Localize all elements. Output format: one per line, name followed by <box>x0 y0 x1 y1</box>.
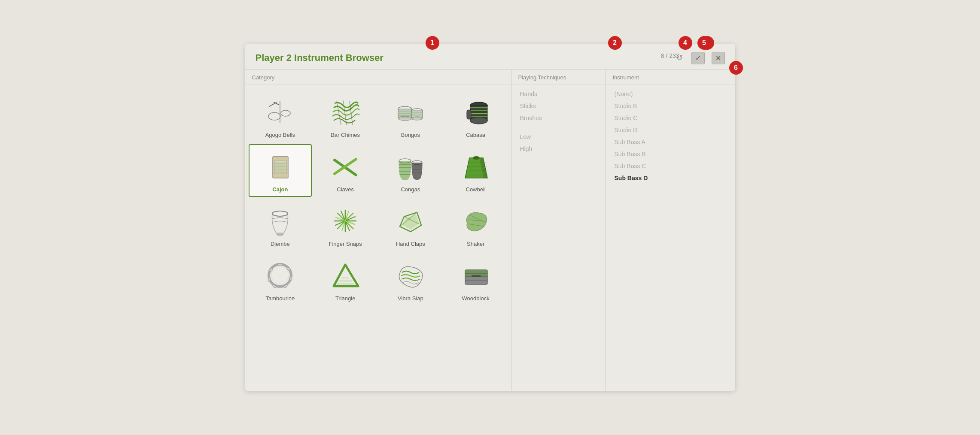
category-item-shaker[interactable]: Shaker <box>444 199 508 251</box>
category-item-cabasa[interactable]: Cabasa <box>444 90 508 142</box>
vibra-slap-icon <box>393 258 428 293</box>
svg-point-76 <box>289 276 292 281</box>
bongos-label: Bongos <box>401 132 420 138</box>
cabasa-label: Cabasa <box>466 132 485 138</box>
agogo-bells-icon <box>263 95 297 129</box>
instrument-list: (None) Studio B Studio C Studio D Sub Ba… <box>606 85 735 187</box>
technique-item-high[interactable]: High <box>511 143 606 155</box>
category-item-cowbell[interactable]: Cowbell <box>444 144 508 197</box>
instrument-item-studio-c[interactable]: Studio C <box>606 112 735 124</box>
svg-rect-19 <box>398 109 412 118</box>
instrument-item-sub-bass-b[interactable]: Sub Bass B <box>606 148 735 160</box>
category-header: Category <box>245 70 511 85</box>
finger-snaps-label: Finger Snaps <box>329 241 362 247</box>
svg-point-1 <box>268 112 280 120</box>
count-display: 8 / 233 <box>661 52 679 59</box>
cowbell-icon <box>459 149 493 184</box>
djembe-label: Djembe <box>271 241 290 247</box>
category-item-hand-claps[interactable]: Hand Claps <box>379 199 442 251</box>
woodblock-icon <box>459 258 493 293</box>
svg-point-74 <box>278 263 282 266</box>
browser-title: Player 2 Instrument Browser <box>256 52 383 63</box>
svg-point-79 <box>268 278 271 282</box>
finger-snaps-icon <box>328 204 362 238</box>
instrument-item-sub-bass-c[interactable]: Sub Bass C <box>606 160 735 172</box>
hand-claps-label: Hand Claps <box>396 241 425 247</box>
svg-rect-28 <box>467 110 471 119</box>
instrument-item-sub-bass-a[interactable]: Sub Bass A <box>606 136 735 148</box>
category-item-woodblock[interactable]: Woodblock <box>444 253 508 306</box>
category-item-congas[interactable]: Congas <box>379 144 442 197</box>
technique-item-brushes[interactable]: Brushes <box>511 112 606 124</box>
instrument-item-studio-b[interactable]: Studio B <box>606 100 735 112</box>
svg-marker-81 <box>334 265 358 286</box>
techniques-panel: Playing Techniques Hands Sticks Brushes … <box>511 70 606 391</box>
instrument-panel: Instrument (None) Studio B Studio C Stud… <box>606 70 735 391</box>
congas-icon <box>393 149 428 184</box>
svg-point-48 <box>473 156 480 160</box>
technique-item-hands[interactable]: Hands <box>511 88 606 100</box>
category-panel: Category Agogo Bells <box>245 70 511 391</box>
bar-chimes-label: Bar Chimes <box>331 132 360 138</box>
category-item-bongos[interactable]: Bongos <box>379 90 442 142</box>
agogo-bells-label: Agogo Bells <box>265 132 295 138</box>
technique-item-sticks[interactable]: Sticks <box>511 100 606 112</box>
tambourine-icon <box>263 258 297 293</box>
category-item-vibra-slap[interactable]: Vibra Slap <box>379 253 442 306</box>
vibra-slap-label: Vibra Slap <box>398 295 423 302</box>
svg-line-5 <box>337 101 341 125</box>
triangle-icon <box>328 258 362 293</box>
svg-rect-90 <box>472 275 481 277</box>
djembe-icon <box>263 204 297 238</box>
congas-label: Congas <box>401 186 420 193</box>
techniques-header: Playing Techniques <box>511 70 606 85</box>
svg-point-56 <box>277 233 283 236</box>
instrument-item-sub-bass-d[interactable]: Sub Bass D <box>606 172 735 184</box>
tambourine-label: Tambourine <box>265 295 295 302</box>
category-item-cajon[interactable]: Cajon <box>249 144 312 197</box>
main-content: Category Agogo Bells <box>245 69 735 391</box>
cajon-label: Cajon <box>272 186 288 193</box>
category-grid: Agogo Bells <box>245 85 511 311</box>
category-item-finger-snaps[interactable]: Finger Snaps <box>313 199 377 251</box>
category-item-djembe[interactable]: Djembe <box>249 199 312 251</box>
cajon-icon <box>263 149 297 184</box>
cowbell-label: Cowbell <box>466 186 486 193</box>
technique-group-divider <box>511 124 606 131</box>
category-item-tambourine[interactable]: Tambourine <box>249 253 312 306</box>
instrument-header: Instrument <box>606 70 735 85</box>
svg-point-2 <box>281 110 290 116</box>
cabasa-icon <box>459 95 493 129</box>
bongos-icon <box>393 95 428 129</box>
category-item-agogo-bells[interactable]: Agogo Bells <box>249 90 312 142</box>
confirm-button[interactable]: ✓ <box>691 52 705 64</box>
category-item-triangle[interactable]: Triangle <box>313 253 377 306</box>
claves-icon <box>328 149 362 184</box>
instrument-browser: 1 2 3 4 5 6 Player 2 Instrument Browser … <box>245 44 735 391</box>
bar-chimes-icon <box>328 95 362 129</box>
cancel-button[interactable]: ✕ <box>712 52 725 64</box>
header-controls: ↺ ✓ ✕ <box>675 51 725 64</box>
shaker-icon <box>459 204 493 238</box>
technique-list: Hands Sticks Brushes Low High <box>511 85 606 158</box>
shaker-label: Shaker <box>467 241 484 247</box>
svg-point-73 <box>271 267 289 284</box>
category-item-bar-chimes[interactable]: Bar Chimes <box>313 90 377 142</box>
svg-rect-35 <box>275 162 286 173</box>
svg-rect-20 <box>411 111 423 118</box>
claves-label: Claves <box>337 186 354 193</box>
category-item-claves[interactable]: Claves <box>313 144 377 197</box>
instrument-item-studio-d[interactable]: Studio D <box>606 124 735 136</box>
hand-claps-icon <box>393 204 428 238</box>
woodblock-label: Woodblock <box>462 295 490 302</box>
technique-item-low[interactable]: Low <box>511 131 606 143</box>
triangle-label: Triangle <box>335 295 355 302</box>
instrument-item-none[interactable]: (None) <box>606 88 735 100</box>
svg-point-23 <box>470 117 487 124</box>
